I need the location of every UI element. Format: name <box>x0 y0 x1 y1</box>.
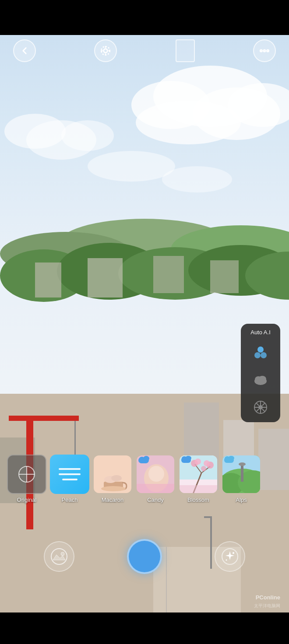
svg-point-34 <box>104 49 108 53</box>
svg-point-41 <box>261 352 267 358</box>
gallery-button[interactable] <box>44 541 74 572</box>
top-letterbox <box>0 0 289 35</box>
filter-item-alps[interactable]: Alps <box>222 455 261 503</box>
svg-point-66 <box>148 466 164 482</box>
auto-ai-label: Auto A.I <box>250 329 271 336</box>
svg-line-51 <box>256 403 259 406</box>
svg-rect-90 <box>241 464 243 482</box>
svg-rect-70 <box>137 484 175 494</box>
watermark-site: PConline <box>256 594 280 601</box>
svg-rect-81 <box>180 485 218 494</box>
svg-point-36 <box>260 50 262 52</box>
svg-rect-18 <box>35 262 61 298</box>
watermark-subtitle: 太平洋电脑网 <box>254 603 280 608</box>
filter-item-peach[interactable]: Peach <box>50 455 89 503</box>
svg-rect-21 <box>210 260 239 293</box>
svg-rect-19 <box>88 258 123 298</box>
filter-item-macaron[interactable]: Macaron <box>93 455 132 503</box>
svg-point-3 <box>136 101 241 144</box>
camera-view: Auto A.I <box>0 0 289 644</box>
filter-thumb-macaron <box>93 455 132 494</box>
svg-point-84 <box>185 456 191 460</box>
svg-point-8 <box>88 151 175 182</box>
filter-item-candy[interactable]: Candy <box>136 455 175 503</box>
svg-point-37 <box>264 50 265 52</box>
svg-point-79 <box>195 458 201 465</box>
more-options-button[interactable] <box>253 39 276 62</box>
filter-label-peach: Peach <box>62 497 78 503</box>
shutter-button[interactable] <box>127 539 162 574</box>
focus-mode-button[interactable] <box>94 39 117 62</box>
scene-detection-button[interactable] <box>251 371 270 390</box>
svg-point-80 <box>201 466 206 471</box>
filter-thumb-candy <box>136 455 175 494</box>
svg-point-44 <box>258 376 266 382</box>
filter-label-blossom: Blossom <box>187 497 209 503</box>
auto-ai-panel: Auto A.I <box>241 324 280 422</box>
svg-line-53 <box>262 403 265 406</box>
aperture-button[interactable] <box>251 398 270 417</box>
svg-point-39 <box>257 346 264 353</box>
svg-point-69 <box>143 456 149 461</box>
svg-point-99 <box>226 560 227 561</box>
svg-point-98 <box>233 552 234 554</box>
svg-point-38 <box>267 50 268 52</box>
svg-rect-20 <box>153 256 184 293</box>
filter-item-blossom[interactable]: Blossom <box>179 455 218 503</box>
svg-point-63 <box>101 486 126 491</box>
filter-label-macaron: Macaron <box>102 497 124 503</box>
svg-rect-33 <box>204 516 212 518</box>
bottom-controls <box>0 539 289 574</box>
svg-line-54 <box>256 409 259 412</box>
svg-point-40 <box>254 352 261 358</box>
filter-item-original[interactable]: Original <box>7 455 46 503</box>
filter-label-original: Original <box>17 497 37 503</box>
ai-color-button[interactable] <box>251 343 270 363</box>
filter-thumb-blossom <box>179 455 218 494</box>
svg-point-7 <box>61 120 114 151</box>
filter-label-alps: Alps <box>236 497 247 503</box>
svg-point-62 <box>111 475 122 481</box>
svg-point-9 <box>162 166 232 192</box>
filter-label-candy: Candy <box>147 497 164 503</box>
watermark: PConline 太平洋电脑网 <box>254 593 280 609</box>
svg-rect-28 <box>9 416 79 421</box>
svg-point-94 <box>228 456 234 460</box>
filter-thumb-peach <box>50 455 89 494</box>
filter-thumb-alps <box>222 455 261 494</box>
svg-point-77 <box>204 460 210 466</box>
viewfinder-button[interactable] <box>176 39 195 62</box>
back-button[interactable] <box>13 39 36 62</box>
filter-thumb-original <box>7 455 46 494</box>
svg-point-91 <box>239 462 246 466</box>
svg-point-95 <box>51 549 67 564</box>
svg-point-46 <box>258 405 263 410</box>
filter-strip: Original Peach <box>0 449 289 508</box>
svg-line-52 <box>262 409 265 412</box>
top-controls-bar <box>0 39 289 62</box>
svg-point-96 <box>61 552 64 556</box>
ai-effects-button[interactable] <box>215 541 245 572</box>
